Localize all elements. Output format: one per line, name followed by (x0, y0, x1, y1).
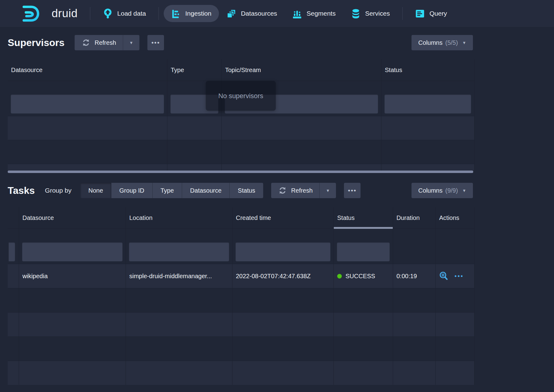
status-badge: SUCCESS (345, 273, 375, 280)
task-details-magnifier-icon[interactable] (439, 271, 448, 281)
no-supervisors-message: No supervisors (206, 81, 276, 111)
more-icon: ••• (151, 39, 160, 46)
status-filter-input[interactable] (337, 242, 390, 261)
task-row-wikipedia[interactable]: wikipedia simple-druid-middlemanager... … (8, 264, 474, 288)
supervisors-more-button[interactable]: ••• (147, 35, 164, 50)
columns-count: (5/5) (445, 39, 458, 46)
tasks-filter-row (8, 229, 474, 264)
tasks-refresh-button[interactable]: Refresh (271, 183, 319, 198)
nav-item-segments[interactable]: Segments (285, 5, 343, 22)
segments-icon (292, 9, 302, 18)
nav-item-load-data[interactable]: Load data (95, 5, 154, 22)
column-header-datasource[interactable]: Datasource (8, 59, 167, 81)
empty-table-row (8, 312, 474, 336)
tasks-more-button[interactable]: ••• (344, 183, 361, 198)
nav-item-label: Segments (306, 10, 336, 17)
refresh-icon (81, 38, 91, 47)
supervisors-refresh-button[interactable]: Refresh (75, 35, 123, 50)
column-header-status[interactable]: Status (334, 207, 393, 229)
column-header-clipped[interactable] (8, 207, 19, 229)
column-header-actions[interactable]: Actions (436, 207, 474, 229)
column-header-location[interactable]: Location (126, 207, 232, 229)
nav-item-label: Ingestion (185, 10, 211, 17)
supervisors-title: Supervisors (8, 37, 64, 48)
datasource-filter-input[interactable] (22, 242, 123, 261)
columns-count: (9/9) (445, 187, 458, 194)
group-by-datasource-button[interactable]: Datasource (182, 183, 229, 198)
refresh-label: Refresh (95, 39, 116, 46)
supervisors-refresh-split-button: Refresh ▼ (75, 35, 139, 50)
group-by-status-button[interactable]: Status (229, 183, 263, 198)
nav-item-ingestion[interactable]: Ingestion (164, 5, 219, 22)
tasks-refresh-split-button: Refresh ▼ (271, 183, 336, 198)
supervisors-header-row: Datasource Type Topic/Stream Status (8, 59, 474, 81)
empty-table-row (8, 116, 474, 140)
nav-item-datasources[interactable]: Datasources (219, 5, 285, 22)
columns-label: Columns (418, 39, 443, 46)
nav-divider (402, 7, 403, 20)
tasks-title: Tasks (8, 185, 35, 196)
load-data-icon (103, 8, 113, 19)
group-by-none-button[interactable]: None (80, 183, 111, 198)
services-icon (351, 9, 361, 19)
supervisors-header: Supervisors Refresh ▼ ••• Columns (5 (8, 35, 473, 50)
refresh-icon (278, 186, 287, 195)
created-time-filter-input[interactable] (236, 242, 330, 261)
task-location: simple-druid-middlemanager... (126, 264, 232, 288)
task-datasource: wikipedia (19, 264, 126, 288)
horizontal-scrollbar[interactable] (8, 171, 473, 173)
task-status: SUCCESS (334, 264, 393, 288)
group-by-group-id-button[interactable]: Group ID (111, 183, 152, 198)
status-dot (337, 274, 342, 279)
empty-table-row (8, 288, 474, 312)
brand-name: druid (52, 7, 78, 20)
group-by-segmented-control: None Group ID Type Datasource Status (80, 183, 263, 198)
empty-table-row (8, 336, 474, 361)
nav-item-label: Services (365, 10, 390, 17)
chevron-down-icon: ▼ (462, 41, 466, 45)
group-by-label: Group by (45, 187, 71, 194)
column-header-topic-stream[interactable]: Topic/Stream (222, 59, 381, 81)
tasks-header-row: Datasource Location Created time Status … (8, 207, 474, 229)
task-actions: ••• (436, 264, 474, 288)
nav-item-label: Datasources (241, 10, 277, 17)
column-header-status[interactable]: Status (381, 59, 474, 81)
more-icon: ••• (348, 187, 357, 194)
nav-item-services[interactable]: Services (343, 5, 398, 22)
task-more-actions-icon[interactable]: ••• (455, 273, 464, 280)
nav-divider (158, 7, 159, 20)
group-by-type-button[interactable]: Type (152, 183, 182, 198)
nav-divider (90, 7, 90, 20)
empty-table-row (8, 140, 474, 164)
chevron-down-icon: ▼ (129, 41, 133, 45)
nav-item-label: Load data (117, 10, 146, 17)
status-filter-input[interactable] (384, 94, 471, 113)
druid-logo[interactable]: druid (10, 3, 78, 24)
datasource-filter-input[interactable] (11, 94, 164, 113)
chevron-down-icon: ▼ (462, 189, 466, 193)
ingestion-icon (171, 9, 181, 18)
nav-item-query[interactable]: Query (408, 5, 455, 22)
tasks-refresh-caret-button[interactable]: ▼ (319, 183, 336, 198)
empty-table-row (8, 361, 474, 385)
location-filter-input[interactable] (129, 242, 229, 261)
columns-label: Columns (418, 187, 443, 194)
supervisors-refresh-caret-button[interactable]: ▼ (123, 35, 139, 50)
tasks-header: Tasks Group by None Group ID Type Dataso… (8, 183, 473, 198)
refresh-label: Refresh (291, 187, 313, 194)
datasources-icon (227, 9, 236, 18)
top-nav: druid Load data Ingest (0, 0, 554, 27)
task-duration: 0:00:19 (393, 264, 436, 288)
column-header-type[interactable]: Type (167, 59, 222, 81)
tasks-columns-button[interactable]: Columns (9/9) ▼ (412, 183, 473, 198)
clipped-filter-input[interactable] (9, 242, 15, 261)
column-header-duration[interactable]: Duration (393, 207, 436, 229)
column-header-datasource[interactable]: Datasource (19, 207, 126, 229)
supervisors-table: Datasource Type Topic/Stream Status No s… (8, 59, 474, 173)
chevron-down-icon: ▼ (326, 189, 330, 193)
query-icon (415, 9, 425, 18)
supervisors-columns-button[interactable]: Columns (5/5) ▼ (412, 35, 473, 50)
column-header-created-time[interactable]: Created time (232, 207, 334, 229)
druid-logo-icon (10, 3, 47, 24)
task-created-time: 2022-08-02T07:42:47.638Z (232, 264, 334, 288)
